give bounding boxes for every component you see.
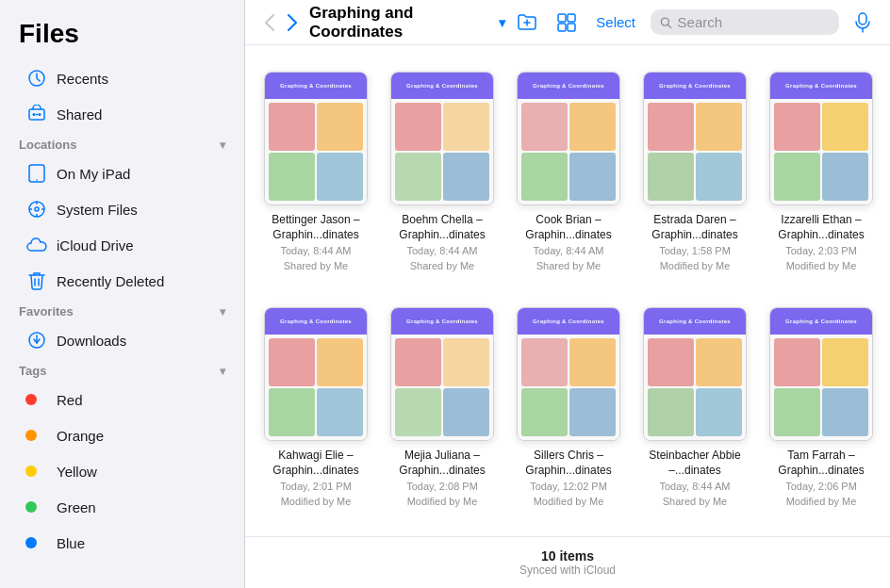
svg-point-3 <box>39 113 41 116</box>
search-bar[interactable] <box>651 9 839 35</box>
tag-color-dot <box>26 497 47 517</box>
file-item[interactable]: Graphing & Coordinates Tam Farrah – Grap… <box>766 300 877 516</box>
on-my-ipad-label: On My iPad <box>57 166 130 182</box>
file-name: Boehm Chella – Graphin...dinates <box>390 213 494 242</box>
new-folder-button[interactable] <box>513 8 541 37</box>
thumb-body <box>265 99 367 204</box>
thumb-cell <box>443 338 489 386</box>
tag-label: Yellow <box>57 464 97 480</box>
file-name: Izzarelli Ethan – Graphin...dinates <box>769 213 873 242</box>
file-item[interactable]: Graphing & Coordinates Estrada Daren – G… <box>639 64 750 281</box>
file-item[interactable]: Graphing & Coordinates Steinbacher Abbie… <box>639 300 750 516</box>
sidebar-item-downloads[interactable]: Downloads <box>8 322 237 358</box>
file-date: Today, 2:03 PM <box>785 244 857 258</box>
file-item[interactable]: Graphing & Coordinates Mejia Juliana – G… <box>387 300 498 516</box>
file-shared-status: Modified by Me <box>786 495 857 509</box>
thumb-cell <box>443 388 489 436</box>
sidebar-item-shared[interactable]: Shared <box>8 96 237 132</box>
thumb-cell <box>569 153 616 201</box>
thumb-cell <box>822 338 868 386</box>
thumb-cell <box>822 103 868 151</box>
app-title: Files <box>0 15 244 60</box>
thumb-cell <box>395 103 441 151</box>
thumb-header: Graphing & Coordinates <box>391 308 493 335</box>
file-item[interactable]: Graphing & Coordinates Sillers Chris – G… <box>513 300 624 516</box>
file-thumbnail: Graphing & Coordinates <box>769 307 873 441</box>
trash-icon <box>26 270 47 291</box>
thumb-cell <box>696 338 742 386</box>
file-name: Tam Farrah – Graphin...dinates <box>769 449 873 478</box>
thumb-cell <box>269 338 315 386</box>
thumb-cell <box>521 388 568 436</box>
file-name: Sillers Chris – Graphin...dinates <box>517 449 620 478</box>
icloud-icon <box>26 235 47 255</box>
file-date: Today, 2:06 PM <box>785 480 857 494</box>
sync-status: Synced with iCloud <box>256 564 879 577</box>
recents-icon <box>26 68 47 89</box>
file-date: Today, 2:01 PM <box>280 480 352 494</box>
file-name: Estrada Daren – Graphin...dinates <box>643 213 747 242</box>
thumb-header: Graphing & Coordinates <box>770 73 872 99</box>
file-thumbnail: Graphing & Coordinates <box>264 72 368 205</box>
thumb-cell <box>569 103 616 151</box>
tag-label: Green <box>57 499 96 515</box>
thumb-header: Graphing & Coordinates <box>770 308 872 335</box>
sidebar-item-on-my-ipad[interactable]: On My iPad <box>8 155 237 191</box>
system-files-icon <box>26 199 47 220</box>
thumb-cell <box>395 338 441 386</box>
select-button[interactable]: Select <box>592 10 639 34</box>
file-thumbnail: Graphing & Coordinates <box>390 72 494 205</box>
thumb-body <box>518 99 619 204</box>
folder-title: Graphing and Coordinates ▾ <box>309 4 505 41</box>
thumb-cell <box>648 338 694 386</box>
file-item[interactable]: Graphing & Coordinates Boehm Chella – Gr… <box>387 64 498 281</box>
file-date: Today, 1:58 PM <box>659 244 731 258</box>
thumb-cell <box>774 388 820 436</box>
microphone-button[interactable] <box>850 8 875 37</box>
thumb-cell <box>317 153 363 201</box>
tags-section-header[interactable]: Tags ▾ <box>0 358 244 382</box>
thumb-cell <box>443 153 489 201</box>
shared-icon <box>26 104 47 124</box>
file-date: Today, 8:44 AM <box>406 244 477 258</box>
recently-deleted-label: Recently Deleted <box>57 273 164 289</box>
svg-rect-22 <box>568 24 575 31</box>
svg-point-6 <box>36 179 38 181</box>
file-shared-status: Modified by Me <box>407 495 478 509</box>
tag-color-dot <box>26 389 47 410</box>
sidebar-item-tag-blue[interactable]: Blue <box>8 525 237 561</box>
forward-button[interactable] <box>283 9 302 36</box>
sidebar-item-tag-orange[interactable]: Orange <box>8 417 237 453</box>
file-item[interactable]: Graphing & Coordinates Cook Brian – Grap… <box>513 64 624 281</box>
shared-label: Shared <box>57 106 102 122</box>
view-toggle-button[interactable] <box>552 8 581 37</box>
sidebar-item-tag-yellow[interactable]: Yellow <box>8 453 237 489</box>
thumb-cell <box>269 153 315 201</box>
sidebar-item-recently-deleted[interactable]: Recently Deleted <box>8 263 237 299</box>
file-item[interactable]: Graphing & Coordinates Bettinger Jason –… <box>260 64 371 281</box>
thumb-cell <box>269 103 315 151</box>
file-name: Bettinger Jason – Graphin...dinates <box>264 213 368 242</box>
favorites-section-header[interactable]: Favorites ▾ <box>0 299 244 322</box>
sidebar-item-tag-red[interactable]: Red <box>8 382 237 417</box>
locations-section-header[interactable]: Locations ▾ <box>0 132 244 155</box>
sidebar-item-recents[interactable]: Recents <box>8 60 237 96</box>
sidebar-item-icloud-drive[interactable]: iCloud Drive <box>8 227 237 263</box>
search-input[interactable] <box>678 14 830 30</box>
thumb-body <box>518 335 619 440</box>
favorites-section-label: Favorites <box>19 304 74 318</box>
file-item[interactable]: Graphing & Coordinates Izzarelli Ethan –… <box>766 64 877 281</box>
file-thumbnail: Graphing & Coordinates <box>517 307 620 441</box>
thumb-cell <box>521 153 568 201</box>
tags-chevron-icon: ▾ <box>220 365 225 378</box>
tag-label: Orange <box>57 428 104 444</box>
back-button[interactable] <box>260 9 279 36</box>
thumb-header: Graphing & Coordinates <box>644 308 746 335</box>
sidebar-item-tag-green[interactable]: Green <box>8 489 237 525</box>
sidebar-item-system-files[interactable]: System Files <box>8 191 237 227</box>
file-item[interactable]: Graphing & Coordinates Kahwagi Elie – Gr… <box>260 300 371 516</box>
downloads-icon <box>26 330 47 351</box>
tag-color-dot <box>26 532 47 553</box>
thumb-cell <box>774 103 820 151</box>
sidebar: Files Recents Shared Locations ▾ <box>0 0 245 588</box>
